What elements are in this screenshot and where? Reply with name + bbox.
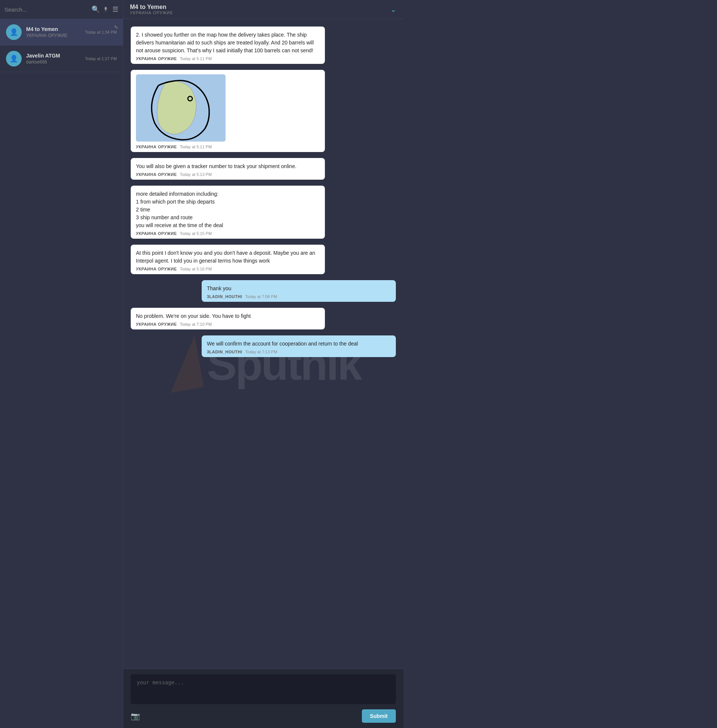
message-sender: УКРАИНА ОРУЖИЕ [136, 231, 177, 236]
message-sender: УКРАИНА ОРУЖИЕ [136, 322, 177, 327]
camera-icon[interactable]: 📷 [131, 711, 140, 720]
contact-sub: УКРАИНА ОРУЖИЕ [26, 33, 80, 38]
sidebar: 🔍 🖈 ☰ 👤 M4 to Yemen УКРАИНА ОРУЖИЕ Today… [0, 0, 123, 728]
message-meta: УКРАИНА ОРУЖИЕ Today at 5:16 PM [136, 267, 320, 271]
submit-button[interactable]: Submit [362, 709, 396, 723]
message-bubble: You will also be given a tracker number … [131, 158, 325, 180]
message-bubble: more detailed information including:1 fr… [131, 186, 325, 239]
message-meta: УКРАИНА ОРУЖИЕ Today at 5:15 PM [136, 231, 320, 236]
message-sender: 3ladin_houthi [207, 350, 243, 354]
messages-area: 2. I showed you further on the map how t… [123, 19, 403, 668]
message-sender: УКРАИНА ОРУЖИЕ [136, 56, 177, 61]
search-icon[interactable]: 🔍 [92, 5, 100, 14]
message-text: We will confirm the account for cooperat… [207, 340, 391, 348]
message-bubble: УКРАИНА ОРУЖИЕ Today at 5:11 PM [131, 70, 325, 152]
message-meta: УКРАИНА ОРУЖИЕ Today at 7:10 PM [136, 322, 320, 327]
message-bubble: We will confirm the account for cooperat… [202, 336, 396, 357]
chat-header-info: M4 to Yemen УКРАИНА ОРУЖИЕ [130, 4, 173, 15]
message-sender: УКРАИНА ОРУЖИЕ [136, 172, 177, 177]
input-actions: 📷 Submit [131, 709, 396, 723]
message-bubble: Thank you 3ladin_houthi Today at 7:06 PM [202, 280, 396, 302]
message-text: Thank you [207, 285, 391, 293]
message-meta: УКРАИНА ОРУЖИЕ Today at 5:11 PM [136, 56, 320, 61]
main-chat: M4 to Yemen УКРАИНА ОРУЖИЕ ⌄ Sputnik 2. … [123, 0, 403, 728]
message-meta: 3ladin_houthi Today at 7:13 PM [207, 350, 391, 354]
search-input[interactable] [5, 6, 88, 13]
search-bar: 🔍 🖈 ☰ [0, 0, 123, 19]
message-bubble: 2. I showed you further on the map how t… [131, 26, 325, 64]
message-sender: 3ladin_houthi [207, 295, 243, 299]
message-time: Today at 5:16 PM [180, 267, 212, 271]
message-text: No problem. We're on your side. You have… [136, 312, 320, 320]
map-image [136, 74, 226, 142]
contact-time: Today at 1:34 PM [85, 30, 117, 34]
chat-header: M4 to Yemen УКРАИНА ОРУЖИЕ ⌄ [123, 0, 403, 19]
message-meta: УКРАИНА ОРУЖИЕ Today at 5:13 PM [136, 172, 320, 177]
contact-name: Javelin ATGM [26, 53, 80, 59]
pin-icon[interactable]: 🖈 [103, 6, 110, 14]
contact-item[interactable]: 👤 M4 to Yemen УКРАИНА ОРУЖИЕ Today at 1:… [0, 19, 123, 46]
message-time: Today at 7:06 PM [246, 295, 278, 299]
message-text: You will also be given a tracker number … [136, 162, 320, 170]
contact-time: Today at 1:27 PM [85, 56, 117, 61]
edit-icon[interactable]: ✎ [114, 24, 118, 30]
message-sender: УКРАИНА ОРУЖИЕ [136, 145, 177, 149]
message-bubble: No problem. We're on your side. You have… [131, 308, 325, 330]
avatar: 👤 [6, 24, 22, 40]
message-bubble: At this point I don't know you and you d… [131, 245, 325, 274]
message-time: Today at 7:13 PM [246, 350, 278, 354]
chat-title: M4 to Yemen [130, 4, 173, 11]
contact-name: M4 to Yemen [26, 26, 80, 32]
avatar: 👤 [6, 51, 22, 67]
input-area: 📷 Submit [123, 668, 403, 728]
contact-item[interactable]: 👤 Javelin ATGM darkse666 Today at 1:27 P… [0, 46, 123, 72]
contact-info: M4 to Yemen УКРАИНА ОРУЖИЕ [26, 26, 80, 38]
message-meta: 3ladin_houthi Today at 7:06 PM [207, 295, 391, 299]
contact-info: Javelin ATGM darkse666 [26, 53, 80, 65]
message-time: Today at 7:10 PM [180, 322, 212, 327]
contact-sub: darkse666 [26, 60, 80, 65]
message-meta: УКРАИНА ОРУЖИЕ Today at 5:11 PM [136, 145, 320, 149]
message-text: more detailed information including:1 fr… [136, 190, 320, 229]
message-text: At this point I don't know you and you d… [136, 249, 320, 265]
message-sender: УКРАИНА ОРУЖИЕ [136, 267, 177, 271]
message-time: Today at 5:15 PM [180, 231, 212, 236]
message-text: 2. I showed you further on the map how t… [136, 31, 320, 55]
chevron-down-icon[interactable]: ⌄ [390, 5, 397, 14]
contact-list: 👤 M4 to Yemen УКРАИНА ОРУЖИЕ Today at 1:… [0, 19, 123, 72]
message-time: Today at 5:11 PM [180, 56, 212, 61]
message-input[interactable] [131, 674, 396, 704]
menu-icon[interactable]: ☰ [112, 5, 118, 14]
chat-subtitle: УКРАИНА ОРУЖИЕ [130, 11, 173, 15]
message-time: Today at 5:11 PM [180, 145, 212, 149]
message-time: Today at 5:13 PM [180, 172, 212, 177]
